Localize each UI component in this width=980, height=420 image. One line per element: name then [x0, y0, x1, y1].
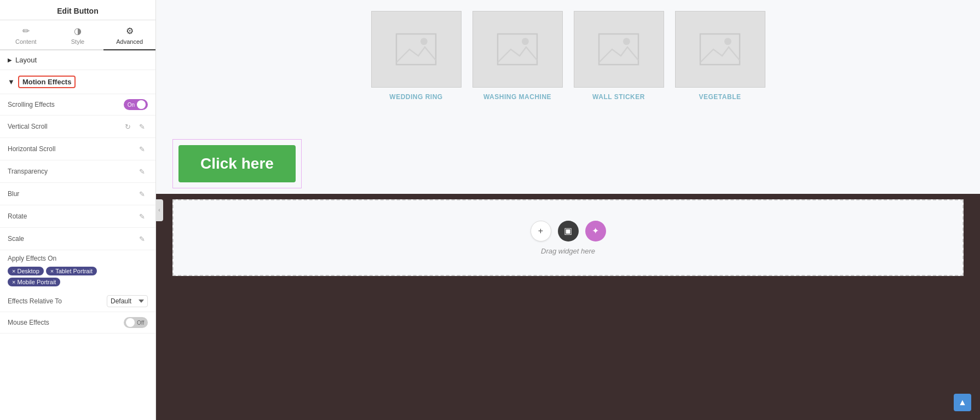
button-section: Click here [156, 134, 980, 194]
horizontal-scroll-edit[interactable]: ✎ [136, 143, 148, 155]
mouse-effects-toggle[interactable]: Off [124, 317, 148, 328]
product-name-2: WALL STICKER [592, 93, 645, 101]
placeholder-icon-3 [698, 27, 742, 71]
scroll-up-icon: ▲ [958, 398, 967, 407]
rotate-edit[interactable]: ✎ [136, 210, 148, 222]
product-item-0: WEDDING RING [371, 11, 462, 101]
product-image-0 [371, 11, 462, 88]
blur-actions: ✎ [136, 188, 148, 200]
click-here-wrapper: Click here [172, 139, 302, 188]
content-icon: ✏ [22, 26, 30, 36]
apply-effects-tags: × Desktop × Tablet Portrait × Mobile Por… [0, 264, 155, 291]
scroll-to-top-button[interactable]: ▲ [954, 394, 971, 411]
product-grid-section: WEDDING RING WASHING MACHINE [156, 0, 980, 117]
layout-header[interactable]: ▶ Layout [0, 50, 155, 70]
mouse-effects-row: Mouse Effects Off [0, 312, 155, 333]
magic-icon: ✦ [592, 226, 599, 236]
tab-style[interactable]: ◑ Style [52, 20, 104, 50]
drag-icons: + ▣ ✦ [531, 221, 606, 241]
blur-label: Blur [8, 190, 136, 198]
motion-effects-section: ▼ Motion Effects Scrolling Effects On Ve… [0, 70, 155, 333]
effects-relative-label: Effects Relative To [8, 297, 62, 305]
collapse-handle[interactable]: ‹ [155, 199, 163, 221]
add-icon: + [538, 226, 543, 236]
transparency-label: Transparency [8, 168, 136, 175]
product-name-0: WEDDING RING [389, 93, 442, 101]
panel-tabs: ✏ Content ◑ Style ⚙ Advanced [0, 20, 155, 50]
scrolling-effects-actions: On [124, 99, 148, 110]
product-item-1: WASHING MACHINE [472, 11, 563, 101]
svg-rect-0 [396, 34, 436, 65]
tag-desktop-label: × Desktop [12, 268, 39, 274]
placeholder-icon-1 [495, 27, 539, 71]
product-name-3: VEGETABLE [699, 93, 741, 101]
scrolling-effects-label: Scrolling Effects [8, 101, 124, 108]
tab-content[interactable]: ✏ Content [0, 20, 52, 50]
vertical-scroll-reset[interactable]: ↻ [122, 120, 134, 133]
vertical-scroll-label: Vertical Scroll [8, 123, 122, 130]
style-icon: ◑ [74, 26, 82, 36]
mouse-toggle-text: Off [137, 320, 144, 326]
tag-desktop[interactable]: × Desktop [8, 267, 44, 275]
motion-arrow: ▼ [8, 78, 15, 86]
svg-point-7 [724, 38, 731, 45]
placeholder-icon-2 [597, 27, 641, 71]
blur-edit[interactable]: ✎ [136, 188, 148, 200]
folder-icon: ▣ [564, 226, 572, 236]
tag-mobile-portrait[interactable]: × Mobile Portrait [8, 278, 60, 286]
scale-edit[interactable]: ✎ [136, 233, 148, 245]
product-image-3 [675, 11, 765, 88]
horizontal-scroll-row: Horizontal Scroll ✎ [0, 138, 155, 160]
drag-widget-text: Drag widget here [541, 247, 595, 255]
svg-rect-2 [498, 34, 537, 65]
tag-tablet-portrait[interactable]: × Tablet Portrait [46, 267, 97, 275]
svg-point-1 [420, 38, 428, 45]
svg-point-3 [522, 38, 529, 45]
transparency-row: Transparency ✎ [0, 160, 155, 183]
scrolling-effects-toggle[interactable]: On [124, 99, 148, 110]
blur-row: Blur ✎ [0, 183, 155, 205]
tag-tablet-label: × Tablet Portrait [50, 268, 93, 274]
vertical-scroll-actions: ↻ ✎ [122, 120, 148, 133]
toggle-circle [137, 100, 146, 109]
transparency-actions: ✎ [136, 165, 148, 177]
main-area: ‹ WEDDING RING [156, 0, 980, 420]
tab-advanced-label: Advanced [116, 38, 143, 45]
layout-label: Layout [15, 56, 37, 64]
left-panel: Edit Button ✏ Content ◑ Style ⚙ Advanced… [0, 0, 156, 420]
effects-relative-select[interactable]: Default Viewport Page [107, 295, 148, 307]
folder-widget-button[interactable]: ▣ [558, 221, 579, 241]
tab-content-label: Content [15, 38, 37, 45]
rotate-label: Rotate [8, 212, 136, 220]
advanced-icon: ⚙ [126, 26, 134, 36]
click-here-button[interactable]: Click here [178, 145, 296, 182]
transparency-edit[interactable]: ✎ [136, 165, 148, 177]
scale-label: Scale [8, 235, 136, 243]
effects-relative-row: Effects Relative To Default Viewport Pag… [0, 291, 155, 312]
vertical-scroll-edit[interactable]: ✎ [136, 120, 148, 133]
product-image-1 [472, 11, 563, 88]
vertical-scroll-row: Vertical Scroll ↻ ✎ [0, 116, 155, 138]
magic-widget-button[interactable]: ✦ [585, 221, 606, 241]
apply-effects-label: Apply Effects On [0, 250, 155, 264]
placeholder-icon-0 [394, 27, 438, 71]
svg-rect-6 [700, 34, 740, 65]
scale-row: Scale ✎ [0, 228, 155, 250]
product-item-2: WALL STICKER [574, 11, 664, 101]
motion-effects-header[interactable]: ▼ Motion Effects [0, 70, 155, 94]
spacer [156, 117, 980, 134]
drag-widget-section: + ▣ ✦ Drag widget here [172, 199, 964, 276]
tab-advanced[interactable]: ⚙ Advanced [103, 20, 155, 50]
mouse-effects-label: Mouse Effects [8, 319, 49, 326]
product-name-1: WASHING MACHINE [483, 93, 551, 101]
product-grid: WEDDING RING WASHING MACHINE [172, 11, 964, 101]
rotate-row: Rotate ✎ [0, 205, 155, 228]
add-widget-button[interactable]: + [531, 221, 551, 241]
svg-point-5 [623, 38, 630, 45]
layout-arrow: ▶ [8, 57, 12, 63]
horizontal-scroll-label: Horizontal Scroll [8, 145, 136, 153]
mouse-toggle-circle [126, 318, 135, 327]
layout-section: ▶ Layout [0, 50, 155, 70]
rotate-actions: ✎ [136, 210, 148, 222]
toggle-on-text: On [128, 102, 135, 108]
